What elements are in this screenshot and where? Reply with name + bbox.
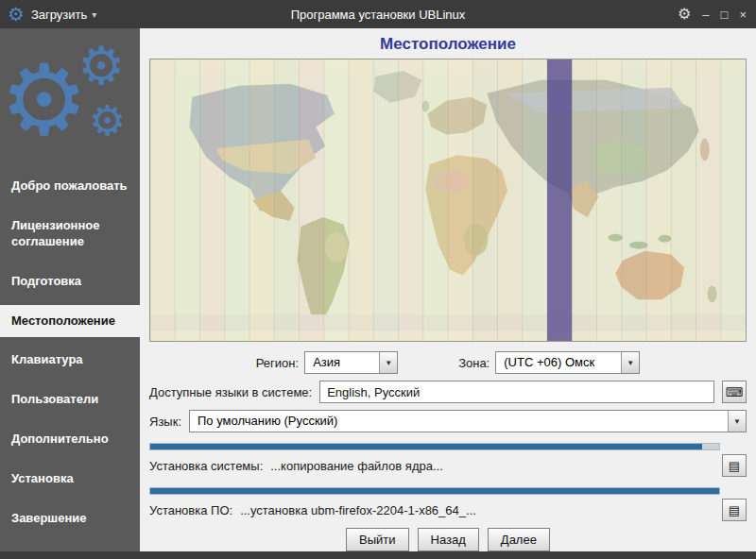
sidebar-item-finish[interactable]: Завершение (0, 502, 140, 535)
system-progress-bar (149, 443, 720, 450)
logo-gear-icon: ⚙ (0, 51, 88, 149)
keyboard-icon: ⌨ (726, 385, 744, 399)
page-title: Местоположение (149, 35, 747, 54)
language-value: По умолчанию (Русский) (190, 411, 728, 432)
back-button[interactable]: Назад (418, 528, 479, 551)
sidebar-item-preparation[interactable]: Подготовка (0, 265, 140, 298)
load-dropdown[interactable]: Загрузить ▾ (31, 8, 96, 22)
chevron-down-icon[interactable]: ▼ (728, 411, 746, 432)
minimize-button[interactable]: – (702, 8, 709, 21)
logo-gear-icon: ⚙ (77, 40, 125, 93)
close-button[interactable]: × (739, 8, 747, 21)
load-label: Загрузить (31, 8, 87, 22)
sidebar-item-users[interactable]: Пользователи (0, 383, 140, 416)
sidebar-item-label: Подготовка (11, 274, 81, 288)
sidebar-item-additional[interactable]: Дополнительно (0, 423, 140, 456)
action-buttons: Выйти Назад Далее (149, 528, 747, 551)
main-content: Местоположение (140, 28, 756, 551)
settings-gear-icon[interactable]: ⚙ (678, 7, 691, 22)
chevron-down-icon: ▾ (92, 9, 96, 20)
software-install-label: Установка ПО: (149, 503, 232, 517)
maximize-button[interactable]: □ (721, 8, 729, 21)
app-gear-icon: ⚙ (8, 5, 25, 24)
sidebar-item-label: Добро пожаловать (11, 178, 128, 193)
language-select[interactable]: По умолчанию (Русский) ▼ (189, 410, 747, 432)
languages-input[interactable] (319, 381, 714, 403)
next-button[interactable]: Далее (488, 528, 550, 551)
timezone-map[interactable] (150, 59, 746, 341)
zone-select[interactable]: (UTC +06) Омск ▼ (495, 351, 640, 374)
system-install-status: ...копирование файлов ядра... (270, 459, 443, 473)
titlebar: ⚙ Загрузить ▾ Программа установки UBLinu… (0, 0, 756, 28)
region-label: Регион: (256, 356, 299, 370)
system-log-button[interactable]: ▤ (722, 454, 747, 477)
window-title: Программа установки UBLinux (0, 8, 756, 22)
system-install-label: Установка системы: (149, 459, 263, 473)
sidebar-item-label: Пользователи (11, 392, 98, 406)
sidebar-item-installation[interactable]: Установка (0, 463, 140, 496)
log-icon: ▤ (729, 459, 740, 473)
region-select[interactable]: Азия ▼ (304, 351, 398, 374)
region-value: Азия (305, 352, 379, 373)
logo-gear-icon: ⚙ (89, 100, 126, 142)
language-row: Язык: По умолчанию (Русский) ▼ (149, 410, 747, 432)
sidebar-item-label: Местоположение (11, 313, 115, 328)
software-progress-fill (150, 488, 719, 494)
window-bottom-edge (0, 551, 756, 559)
sidebar-item-label: Завершение (11, 511, 87, 525)
timezone-map-frame (149, 59, 747, 342)
software-log-button[interactable]: ▤ (722, 499, 747, 521)
keyboard-layout-button[interactable]: ⌨ (722, 381, 747, 403)
sidebar-item-license[interactable]: Лицензионное соглашение (0, 210, 140, 259)
zone-value: (UTC +06) Омск (496, 352, 621, 373)
zone-label: Зона: (458, 356, 490, 370)
exit-button[interactable]: Выйти (346, 528, 409, 551)
installer-window: ⚙ Загрузить ▾ Программа установки UBLinu… (0, 0, 756, 559)
sidebar-item-label: Лицензионное соглашение (11, 218, 99, 248)
log-icon: ▤ (729, 503, 740, 517)
chevron-down-icon[interactable]: ▼ (379, 352, 397, 373)
sidebar-item-location[interactable]: Местоположение (0, 305, 140, 338)
system-status-row: Установка системы: ...копирование файлов… (149, 454, 747, 477)
chevron-down-icon[interactable]: ▼ (621, 352, 639, 373)
software-status-row: Установка ПО: ...установка ubm-firefox-2… (149, 499, 747, 521)
sidebar-item-label: Дополнительно (11, 432, 109, 446)
language-label: Язык: (149, 415, 181, 429)
languages-row: Доступные языки в системе: ⌨ (149, 381, 747, 403)
region-zone-row: Регион: Азия ▼ Зона: (UTC +06) Омск ▼ (149, 351, 747, 374)
sidebar-item-label: Установка (11, 471, 74, 485)
software-install-status: ...установка ubm-firefox-2204-1-x86_64_.… (240, 503, 476, 517)
languages-label: Доступные языки в системе: (149, 385, 312, 399)
sidebar: ⚙ ⚙ ⚙ Добро пожаловать Лицензионное согл… (0, 28, 140, 559)
sidebar-item-keyboard[interactable]: Клавиатура (0, 344, 140, 377)
timezone-stripes (150, 59, 746, 341)
sidebar-item-label: Клавиатура (11, 352, 83, 366)
sidebar-item-welcome[interactable]: Добро пожаловать (0, 170, 140, 203)
app-logo: ⚙ ⚙ ⚙ (0, 28, 140, 170)
software-progress-bar (149, 487, 720, 495)
system-progress-fill (150, 444, 702, 449)
